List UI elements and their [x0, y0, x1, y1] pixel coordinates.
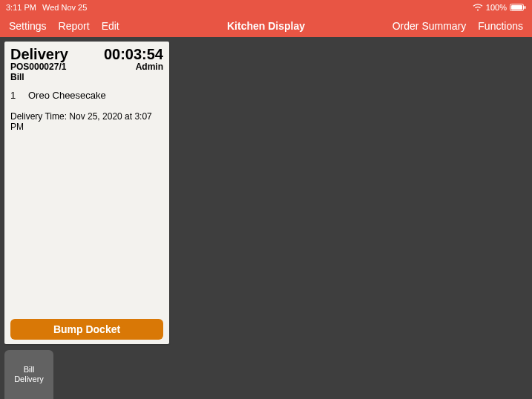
docket-timer: 00:03:54 — [104, 46, 163, 63]
wifi-icon — [473, 4, 483, 11]
delivery-time: Delivery Time: Nov 25, 2020 at 3:07 PM — [10, 111, 163, 132]
docket-customer: Bill — [10, 72, 163, 82]
station-tab-line2: Delivery — [14, 375, 44, 384]
order-docket[interactable]: Delivery 00:03:54 POS000027/1 Admin Bill… — [4, 42, 169, 344]
page-title: Kitchen Display — [227, 20, 305, 32]
workspace: Delivery 00:03:54 POS000027/1 Admin Bill… — [0, 37, 532, 399]
docket-type: Delivery — [10, 46, 68, 63]
nav-report[interactable]: Report — [59, 20, 90, 32]
svg-rect-2 — [525, 6, 526, 9]
item-qty: 1 — [10, 90, 18, 101]
battery-icon — [510, 4, 526, 11]
docket-item: 1 Oreo Cheesecake — [10, 90, 163, 101]
bump-docket-button[interactable]: Bump Docket — [10, 319, 163, 340]
status-date: Wed Nov 25 — [42, 3, 87, 12]
svg-rect-1 — [511, 5, 522, 10]
nav-bar: Settings Report Edit Kitchen Display Ord… — [0, 15, 532, 37]
station-tab[interactable]: Bill Delivery — [4, 350, 53, 399]
nav-settings[interactable]: Settings — [9, 20, 47, 32]
docket-order-id: POS000027/1 — [10, 62, 66, 72]
nav-edit[interactable]: Edit — [102, 20, 119, 32]
ios-status-bar: 3:11 PM Wed Nov 25 100% — [0, 0, 532, 15]
station-tab-line1: Bill — [14, 365, 44, 375]
nav-functions[interactable]: Functions — [478, 20, 523, 32]
item-name: Oreo Cheesecake — [28, 90, 106, 101]
battery-percent: 100% — [486, 3, 507, 12]
nav-order-summary[interactable]: Order Summary — [393, 20, 467, 32]
status-time: 3:11 PM — [6, 3, 36, 12]
docket-user: Admin — [136, 62, 163, 72]
